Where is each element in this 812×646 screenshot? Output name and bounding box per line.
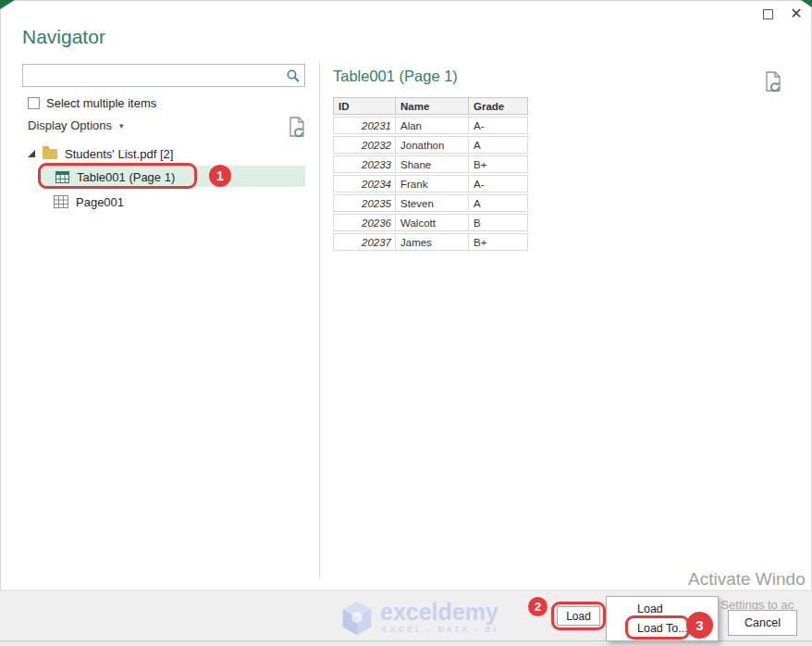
cell-id: 20235 bbox=[333, 194, 396, 212]
cell-name: Frank bbox=[396, 175, 469, 193]
cell-grade: A- bbox=[469, 117, 528, 134]
select-multiple-row[interactable]: Select multiple items bbox=[28, 96, 156, 110]
column-header-name: Name bbox=[396, 97, 469, 115]
tree-root-label: Students' List.pdf [2] bbox=[65, 147, 173, 161]
page-grid-icon bbox=[54, 195, 68, 208]
exceldemy-cube-icon bbox=[338, 600, 375, 637]
column-header-grade: Grade bbox=[469, 97, 528, 115]
cell-grade: B+ bbox=[469, 233, 528, 251]
exceldemy-watermark: exceldemy EXCEL - DATA - BI bbox=[338, 600, 498, 637]
preview-title: Table001 (Page 1) bbox=[333, 68, 458, 85]
cell-id: 20237 bbox=[333, 233, 396, 251]
cell-name: James bbox=[396, 233, 469, 251]
cell-id: 20232 bbox=[333, 136, 396, 154]
table-header-row: ID Name Grade bbox=[333, 97, 528, 115]
table-icon bbox=[55, 171, 69, 183]
cell-name: Jonathon bbox=[396, 136, 469, 154]
display-options-dropdown[interactable]: Display Options ▾ bbox=[28, 118, 124, 132]
table-row: 20234FrankA- bbox=[333, 175, 528, 193]
tree-item-label: Table001 (Page 1) bbox=[77, 170, 175, 184]
search-input[interactable] bbox=[25, 66, 280, 85]
display-options-label: Display Options bbox=[28, 118, 112, 132]
tree-item-pdf-root[interactable]: Students' List.pdf [2] bbox=[28, 143, 173, 164]
column-header-id: ID bbox=[333, 97, 396, 115]
cell-grade: B bbox=[469, 214, 528, 231]
select-multiple-checkbox[interactable] bbox=[28, 97, 40, 109]
exceldemy-tagline: EXCEL - DATA - BI bbox=[380, 625, 498, 634]
exceldemy-logo-text: exceldemy bbox=[380, 600, 498, 624]
cell-grade: A bbox=[469, 136, 528, 154]
cell-id: 20233 bbox=[333, 155, 396, 173]
cell-grade: A- bbox=[469, 175, 528, 193]
maximize-button[interactable] bbox=[757, 4, 779, 24]
chevron-down-icon: ▾ bbox=[119, 121, 124, 130]
annotation-badge-step1: 1 bbox=[209, 165, 231, 187]
cancel-button[interactable]: Cancel bbox=[728, 610, 797, 636]
tree-item-label: Page001 bbox=[76, 195, 124, 209]
cell-name: Walcott bbox=[396, 214, 469, 231]
refresh-document-icon bbox=[288, 116, 306, 138]
activate-windows-watermark: Activate Windo bbox=[688, 569, 806, 590]
search-icon[interactable] bbox=[286, 68, 301, 83]
load-button[interactable]: Load bbox=[557, 606, 600, 626]
annotation-badge-step3: 3 bbox=[686, 612, 713, 639]
tree-expand-icon[interactable] bbox=[28, 150, 35, 157]
table-row: 20235StevenA bbox=[333, 194, 528, 212]
select-multiple-label: Select multiple items bbox=[46, 96, 156, 110]
preview-table: ID Name Grade 20231AlanA-20232JonathonA2… bbox=[333, 95, 528, 253]
close-icon: ✕ bbox=[790, 5, 802, 22]
table-row: 20237JamesB+ bbox=[333, 233, 528, 251]
cell-id: 20234 bbox=[333, 175, 396, 193]
cell-name: Shane bbox=[396, 155, 469, 173]
dialog-title: Navigator bbox=[22, 26, 105, 48]
maximize-icon bbox=[763, 9, 773, 19]
cell-id: 20231 bbox=[333, 117, 396, 134]
cell-id: 20236 bbox=[333, 214, 396, 231]
table-row: 20231AlanA- bbox=[333, 117, 528, 134]
table-row: 20236WalcottB bbox=[333, 214, 528, 231]
panel-divider bbox=[319, 63, 320, 578]
refresh-document-icon bbox=[764, 70, 782, 93]
cell-name: Steven bbox=[396, 194, 469, 212]
annotation-badge-step2: 2 bbox=[528, 597, 547, 616]
table-row: 20233ShaneB+ bbox=[333, 155, 528, 173]
table-row: 20232JonathonA bbox=[333, 136, 528, 154]
cell-grade: B+ bbox=[469, 155, 528, 173]
tree-item-page001[interactable]: Page001 bbox=[54, 192, 124, 212]
cell-grade: A bbox=[469, 194, 528, 212]
tree-item-table001[interactable]: Table001 (Page 1) bbox=[55, 167, 175, 187]
excel-corner-top-left bbox=[0, 0, 15, 9]
refresh-preview-button-right[interactable] bbox=[764, 70, 782, 96]
cell-name: Alan bbox=[396, 117, 469, 134]
refresh-preview-button-left[interactable] bbox=[288, 116, 306, 142]
search-box[interactable] bbox=[22, 64, 305, 87]
folder-icon bbox=[43, 149, 57, 159]
close-button[interactable]: ✕ bbox=[785, 2, 807, 24]
